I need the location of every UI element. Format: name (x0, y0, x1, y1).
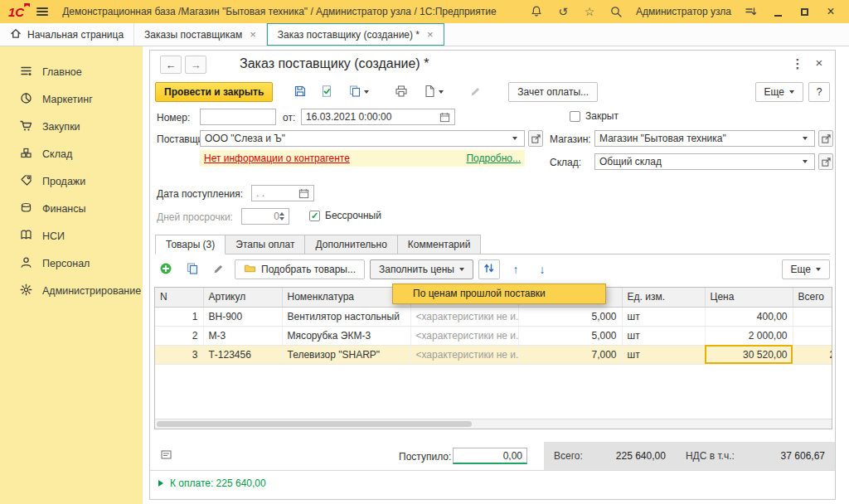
col-header-total[interactable]: Всего (793, 288, 832, 307)
sidebar-item-marketing[interactable]: Маркетинг (0, 85, 143, 113)
connection-speed-icon[interactable] (741, 2, 761, 21)
document-toolbar: Провести и закрыть (155, 80, 830, 104)
tab-home[interactable]: Начальная страница (0, 23, 134, 46)
maximize-button[interactable] (794, 2, 814, 21)
attached-files-button[interactable] (417, 82, 449, 102)
add-row-button[interactable] (155, 259, 177, 279)
total-label: Всего: (554, 450, 583, 462)
chevron-down-icon (439, 90, 444, 94)
supplier-combo[interactable]: ООО "Слеза и Ъ" (200, 130, 525, 147)
edit-row-button[interactable] (208, 259, 230, 279)
col-header-n[interactable]: N (155, 288, 203, 307)
chevron-right-icon[interactable] (158, 480, 163, 487)
chevron-down-icon[interactable] (510, 131, 520, 146)
horizontal-scrollbar[interactable] (155, 419, 832, 429)
sidebar-item-sales[interactable]: Продажи (0, 167, 143, 195)
pick-goods-button[interactable]: Подобрать товары... (235, 259, 365, 279)
chevron-down-icon[interactable] (800, 154, 810, 169)
tab-additional[interactable]: Дополнительно (305, 235, 397, 254)
search-icon[interactable] (606, 2, 626, 21)
scrollbar-thumb[interactable] (157, 421, 472, 427)
close-icon[interactable]: × (427, 28, 434, 41)
date-input[interactable]: 16.03.2021 0:00:00 (301, 109, 455, 125)
sidebar-item-finance[interactable]: Финансы (0, 195, 143, 222)
notifications-bell-icon[interactable] (526, 2, 546, 21)
save-button[interactable] (289, 82, 311, 102)
supplier-open-button[interactable] (528, 130, 543, 147)
favorites-star-icon[interactable]: ☆ (580, 2, 599, 21)
sidebar-item-purchases[interactable]: Закупки (0, 113, 143, 140)
checkbox-unchecked-icon (570, 111, 580, 122)
tab-payment-stages[interactable]: Этапы оплат (226, 235, 305, 254)
overdue-days-input[interactable]: 0 (241, 208, 289, 225)
sidebar-item-warehouse[interactable]: Склад (0, 140, 143, 167)
table-row-selected[interactable]: 3 Т-123456 Телевизор "SHARP" <характерис… (155, 345, 832, 364)
close-icon[interactable]: × (250, 28, 256, 41)
close-window-button[interactable]: × (821, 2, 841, 21)
col-header-unit[interactable]: Ед. изм. (622, 288, 705, 307)
forward-button[interactable]: → (185, 56, 206, 74)
closed-checkbox[interactable]: Закрыт (570, 110, 619, 122)
print-button[interactable] (391, 82, 412, 102)
chevron-down-icon (789, 90, 794, 94)
copy-row-button[interactable] (182, 259, 203, 279)
store-combo[interactable]: Магазин "Бытовая техника" (594, 130, 815, 147)
post-and-close-button[interactable]: Провести и закрыть (155, 82, 273, 102)
warehouse-combo[interactable]: Общий склад (594, 153, 815, 170)
col-header-article[interactable]: Артикул (203, 288, 282, 307)
menu-item-last-delivery-prices[interactable]: По ценам прошлой поставки (393, 284, 605, 303)
current-user-name[interactable]: Администратор узла (636, 6, 731, 17)
counterparty-warning-link[interactable]: Нет информации о контрагенте (204, 153, 350, 164)
warehouse-open-button[interactable] (818, 153, 833, 170)
offset-payment-button[interactable]: Зачет оплаты... (508, 82, 598, 102)
store-label: Магазин: (550, 133, 591, 145)
help-button[interactable]: ? (808, 82, 830, 102)
tab-goods[interactable]: Товары (3) (155, 235, 226, 254)
receipt-date-input[interactable]: . . (251, 185, 314, 201)
col-header-price[interactable]: Цена (705, 288, 793, 307)
history-icon[interactable]: ↺ (553, 2, 573, 21)
chevron-down-icon[interactable] (800, 131, 810, 146)
reorder-button[interactable] (478, 259, 500, 279)
to-pay-link[interactable]: К оплате: 225 640,00 (170, 477, 266, 489)
post-document-button[interactable] (316, 82, 337, 102)
chevron-down-icon (459, 268, 464, 271)
received-input[interactable]: 0,00 (453, 448, 527, 464)
sidebar-item-personnel[interactable]: Персонал (0, 250, 143, 277)
table-row[interactable]: 2 М-3 Мясорубка ЭКМ-3 <характеристики не… (155, 326, 832, 345)
create-based-on-button[interactable] (342, 82, 374, 102)
sidebar-item-main[interactable]: Главное (0, 58, 143, 85)
open-windows-tabbar: Начальная страница Заказы поставщикам × … (0, 23, 849, 46)
more-button[interactable]: Еще (755, 82, 803, 102)
number-input[interactable] (200, 109, 276, 125)
more-vertical-icon[interactable]: ⋮ (790, 56, 805, 71)
col-header-nomenclature[interactable]: Номенклатура (282, 288, 410, 307)
document-footer: Поступило: 0,00 Всего: 225 640,00 НДС в … (150, 442, 835, 470)
tab-supplier-orders-list[interactable]: Заказы поставщикам × (134, 23, 267, 46)
minimize-button[interactable] (768, 2, 788, 21)
details-link[interactable]: Подробно... (466, 153, 521, 164)
spinner-buttons[interactable] (279, 212, 284, 220)
table-row[interactable]: 1 ВН-900 Вентилятор настольный <характер… (155, 307, 832, 326)
receipt-date-label: Дата поступления: (157, 188, 243, 200)
warehouse-label: Склад: (550, 157, 581, 168)
store-open-button[interactable] (818, 130, 833, 147)
items-more-button[interactable]: Еще (782, 259, 830, 279)
comment-button[interactable] (155, 446, 177, 466)
tab-supplier-order-create[interactable]: Заказ поставщику (создание) * × (267, 23, 444, 46)
sidebar-item-administration[interactable]: Администрирование (0, 277, 143, 304)
calendar-icon[interactable] (439, 112, 450, 123)
fill-prices-button[interactable]: Заполнить цены (370, 259, 473, 279)
move-down-button[interactable]: ↓ (531, 259, 553, 279)
back-button[interactable]: ← (160, 56, 182, 74)
main-menu-icon[interactable] (34, 5, 51, 18)
close-document-button[interactable]: × (812, 56, 827, 70)
sidebar-item-nsi[interactable]: НСИ (0, 222, 143, 250)
copy-icon (348, 85, 361, 100)
tab-comment[interactable]: Комментарий (398, 235, 482, 254)
vat-label: НДС в т.ч.: (686, 450, 735, 462)
move-up-button[interactable]: ↑ (505, 259, 526, 279)
floppy-icon (294, 85, 307, 100)
calendar-icon[interactable] (298, 188, 309, 199)
perpetual-checkbox[interactable]: ✓ Бессрочный (309, 210, 381, 221)
